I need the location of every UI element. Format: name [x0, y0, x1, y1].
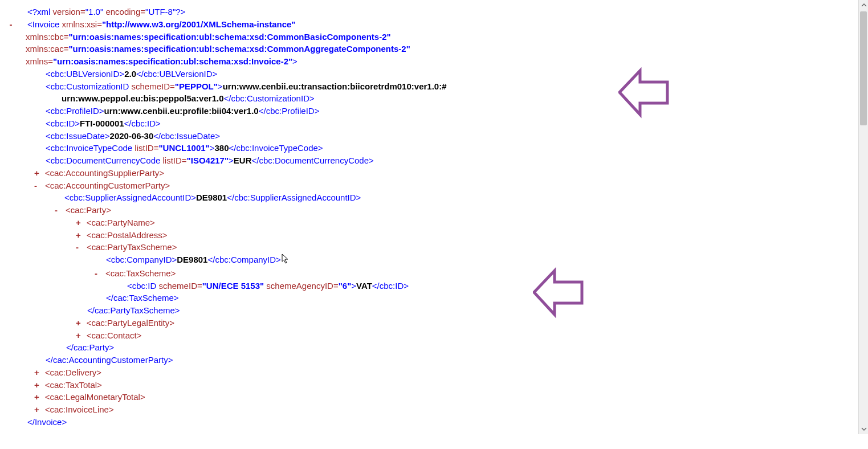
collapse-toggle[interactable]: - [34, 181, 37, 190]
expand-toggle[interactable]: + [76, 330, 81, 340]
legal-monetary-total: +<cac:LegalMonetaryTotal> [34, 391, 849, 403]
party-tax-scheme-open: -<cac:PartyTaxScheme> [76, 241, 849, 254]
collapse-toggle[interactable]: - [95, 268, 97, 278]
collapse-toggle[interactable]: - [55, 205, 58, 215]
invoice-ns-cac: xmlns:cac="urn:oasis:names:specification… [26, 43, 849, 55]
cbc-id: <cbc:ID>FTI-000001</cbc:ID> [46, 117, 849, 130]
document-currency: <cbc:DocumentCurrencyCode listID="ISO421… [46, 154, 849, 167]
party-close: </cac:Party> [66, 341, 849, 354]
annotation-arrow-icon [618, 60, 671, 128]
party-legal-entity: +<cac:PartyLegalEntity> [76, 317, 849, 329]
accounting-customer-party-close: </cac:AccountingCustomerParty> [46, 354, 849, 366]
expand-toggle[interactable]: + [34, 368, 39, 377]
profile-id: <cbc:ProfileID>urn:www.cenbii.eu:profile… [46, 105, 849, 117]
expand-toggle[interactable]: + [34, 392, 39, 402]
customization-id: <cbc:CustomizationID schemeID="PEPPOL">u… [46, 80, 849, 93]
postal-address: +<cac:PostalAddress> [76, 229, 849, 242]
issue-date: <cbc:IssueDate>2020-06-30</cbc:IssueDate… [46, 130, 849, 142]
expand-toggle[interactable]: + [34, 380, 39, 390]
mouse-cursor-icon [281, 254, 290, 267]
party-tax-scheme-close: </cac:PartyTaxScheme> [87, 304, 849, 317]
customization-id-line2: urn:www.peppol.eu:bis:peppol5a:ver1.0</c… [62, 92, 849, 105]
scrollbar-thumb[interactable] [860, 11, 867, 125]
xml-declaration: <?xml version="1.0" encoding="UTF-8"?> [27, 6, 849, 18]
expand-toggle[interactable]: + [34, 168, 39, 178]
accounting-supplier-party: +<cac:AccountingSupplierParty> [34, 167, 849, 179]
invoice-close: </Invoice> [27, 416, 849, 428]
party-open: -<cac:Party> [55, 204, 849, 217]
invoice-line: +<cac:InvoiceLine> [34, 403, 849, 416]
expand-toggle[interactable]: + [76, 230, 81, 240]
invoice-ns: xmlns="urn:oasis:names:specification:ubl… [26, 55, 849, 68]
ubl-version: <cbc:UBLVersionID>2.0</cbc:UBLVersionID> [46, 68, 849, 80]
tax-scheme-open: -<cac:TaxScheme> [95, 267, 849, 280]
annotation-arrow-icon [533, 260, 585, 328]
vertical-scrollbar[interactable] [858, 0, 868, 434]
company-id: <cbc:CompanyID>DE9801</cbc:CompanyID> [106, 254, 849, 267]
collapse-toggle[interactable]: - [10, 19, 13, 29]
scroll-up-button[interactable] [859, 0, 868, 10]
accounting-customer-party-open: -<cac:AccountingCustomerParty> [34, 179, 849, 192]
expand-toggle[interactable]: + [76, 218, 81, 227]
supplier-assigned-account-id: <cbc:SupplierAssignedAccountID>DE9801</c… [64, 191, 849, 204]
scroll-down-button[interactable] [859, 424, 868, 434]
delivery: +<cac:Delivery> [34, 366, 849, 379]
tax-total: +<cac:TaxTotal> [34, 379, 849, 391]
invoice-ns-cbc: xmlns:cbc="urn:oasis:names:specification… [26, 31, 849, 43]
expand-toggle[interactable]: + [34, 405, 39, 414]
collapse-toggle[interactable]: - [76, 242, 79, 252]
invoice-type-code: <cbc:InvoiceTypeCode listID="UNCL1001">3… [46, 142, 849, 154]
contact: +<cac:Contact> [76, 329, 849, 342]
tax-scheme-id: <cbc:ID schemeID="UN/ECE 5153" schemeAge… [127, 280, 849, 292]
expand-toggle[interactable]: + [76, 318, 81, 328]
xml-viewer: <?xml version="1.0" encoding="UTF-8"?> -… [0, 0, 854, 434]
invoice-open: -<Invoice xmlns:xsi="http://www.w3.org/2… [5, 18, 849, 31]
party-name: +<cac:PartyName> [76, 217, 849, 229]
tax-scheme-close: </cac:TaxScheme> [106, 292, 849, 304]
